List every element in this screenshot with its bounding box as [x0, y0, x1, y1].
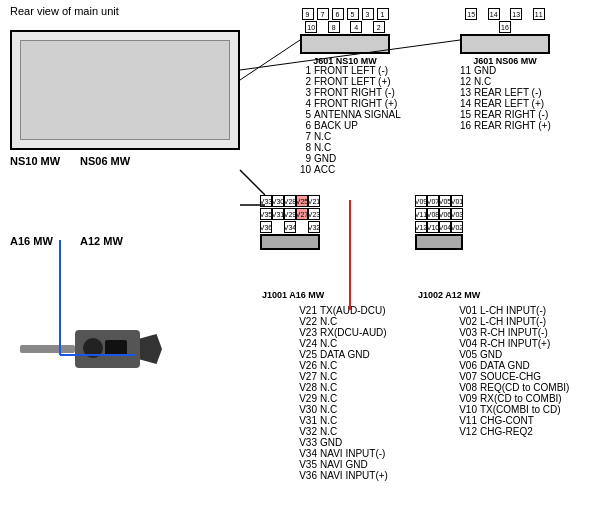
- svg-line-5: [240, 170, 265, 195]
- table-j601-ns06: 11GND 12N.C 13REAR LEFT (-) 14REAR LEFT …: [455, 65, 551, 131]
- table-j601-ns10: 1FRONT LEFT (-) 2FRONT LEFT (+) 3FRONT R…: [295, 65, 401, 175]
- label-j1002: J1002 A12 MW: [418, 290, 480, 300]
- connector-j601-ns10: 9 7 6 5 3 1 10 8 4 2 J601 NS10 MW: [300, 8, 390, 66]
- main-unit-inner: [20, 40, 230, 140]
- pin-6: 6: [332, 8, 344, 20]
- pin-15: 15: [465, 8, 477, 20]
- pin-10: 10: [305, 21, 317, 33]
- connector-j1002-graphic: V09 V07 V05 V01 V11 V08 V06 V03 V12 V10 …: [415, 195, 463, 250]
- pin-2: 2: [373, 21, 385, 33]
- label-a16-mw: A16 MW: [10, 235, 53, 247]
- connector-j1001-graphic: V33 V30 V28 V25 V21 V35 V31 V29 V27 V23 …: [260, 195, 320, 250]
- label-ns06-mw: NS06 MW: [80, 155, 130, 167]
- connector-j601-ns06: 15 14 13 11 16 J601 NS06 MW: [460, 8, 550, 66]
- pin-5: 5: [347, 8, 359, 20]
- pin-11: 11: [533, 8, 545, 20]
- label-ns10-mw: NS10 MW: [10, 155, 60, 167]
- page-title: Rear view of main unit: [10, 5, 119, 17]
- label-a12-mw: A12 MW: [80, 235, 123, 247]
- pin-7: 7: [317, 8, 329, 20]
- pin-14: 14: [488, 8, 500, 20]
- diagram-container: Rear view of main unit NS10 MW NS06 MW A…: [0, 0, 600, 505]
- table-j1001: V21TX(AUD-DCU) V22N.C V23RX(DCU-AUD) V24…: [295, 305, 388, 481]
- pin-16: 16: [499, 21, 511, 33]
- pin-13: 13: [510, 8, 522, 20]
- conn-body-j601-ns06: [460, 34, 550, 54]
- pin-9: 9: [302, 8, 314, 20]
- label-j1001: J1001 A16 MW: [262, 290, 324, 300]
- main-unit-box: [10, 30, 240, 150]
- table-j1002: V01L-CH INPUT(-) V02L-CH INPUT(-) V03R-C…: [455, 305, 569, 437]
- svg-line-6: [240, 40, 300, 80]
- pin-1: 1: [377, 8, 389, 20]
- pin-4: 4: [350, 21, 362, 33]
- pin-8: 8: [328, 21, 340, 33]
- conn-body-j601-ns10: [300, 34, 390, 54]
- audio-connector-graphic: [20, 330, 162, 368]
- pin-3: 3: [362, 8, 374, 20]
